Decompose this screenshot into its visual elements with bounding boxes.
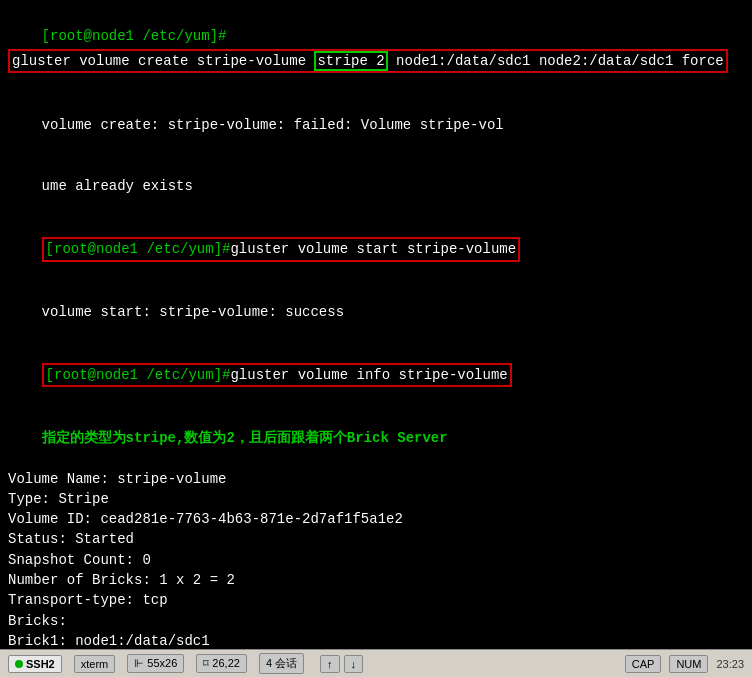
statusbar-ssh2-label: SSH2: [26, 658, 55, 670]
statusbar-sessions[interactable]: 4 会话: [259, 653, 304, 674]
statusbar-time: 23:23: [716, 658, 744, 670]
statusbar-pos: ⌑ 26,22: [196, 654, 247, 673]
info-bricks-header: Bricks:: [8, 611, 744, 631]
info-transport: Transport-type: tcp: [8, 590, 744, 610]
statusbar-size-label: ⊩ 55x26: [134, 657, 177, 670]
info-bricks-num: Number of Bricks: 1 x 2 = 2: [8, 570, 744, 590]
statusbar-xterm-label: xterm: [81, 658, 109, 670]
statusbar-size: ⊩ 55x26: [127, 654, 184, 673]
cmd-box-3: [root@node1 /etc/yum]#gluster volume inf…: [42, 363, 512, 387]
info-type: Type: Stripe: [8, 489, 744, 509]
statusbar-cap: CAP: [625, 655, 662, 673]
command-line-3: [root@node1 /etc/yum]#gluster volume sta…: [8, 217, 744, 282]
info-snapshot: Snapshot Count: 0: [8, 550, 744, 570]
output-line-2b: ume already exists: [8, 156, 744, 217]
stripe-highlight: stripe 2: [314, 51, 387, 71]
statusbar-xterm[interactable]: xterm: [74, 655, 116, 673]
statusbar-up-arrow[interactable]: ↑: [320, 655, 340, 673]
statusbar-right-section: CAP NUM 23:23: [625, 655, 744, 673]
prompt-1: [root@node1 /etc/yum]#: [42, 28, 227, 44]
command-line-1: [root@node1 /etc/yum]#gluster volume cre…: [8, 6, 744, 95]
terminal: [root@node1 /etc/yum]#gluster volume cre…: [0, 0, 752, 649]
cmd-box-1: gluster volume create stripe-volume stri…: [8, 49, 728, 73]
statusbar-ssh2[interactable]: SSH2: [8, 655, 62, 673]
info-status: Status: Started: [8, 529, 744, 549]
statusbar-num: NUM: [669, 655, 708, 673]
statusbar-down-arrow[interactable]: ↓: [344, 655, 364, 673]
output-line-4: volume start: stripe-volume: success: [8, 282, 744, 343]
cmd-box-2: [root@node1 /etc/yum]#gluster volume sta…: [42, 237, 521, 261]
statusbar-sessions-label: 4 会话: [266, 656, 297, 671]
statusbar-pos-label: ⌑ 26,22: [203, 657, 240, 670]
statusbar: SSH2 xterm ⊩ 55x26 ⌑ 26,22 4 会话 ↑ ↓ CAP …: [0, 649, 752, 677]
connection-indicator: [15, 660, 23, 668]
output-line-2: volume create: stripe-volume: failed: Vo…: [8, 95, 744, 156]
info-brick1: Brick1: node1:/data/sdc1: [8, 631, 744, 649]
info-volume-name: Volume Name: stripe-volume: [8, 469, 744, 489]
command-line-5: [root@node1 /etc/yum]#gluster volume inf…: [8, 343, 744, 408]
info-volume-id: Volume ID: cead281e-7763-4b63-871e-2d7af…: [8, 509, 744, 529]
annotation-line: 指定的类型为stripe,数值为2，且后面跟着两个Brick Server: [8, 408, 744, 469]
